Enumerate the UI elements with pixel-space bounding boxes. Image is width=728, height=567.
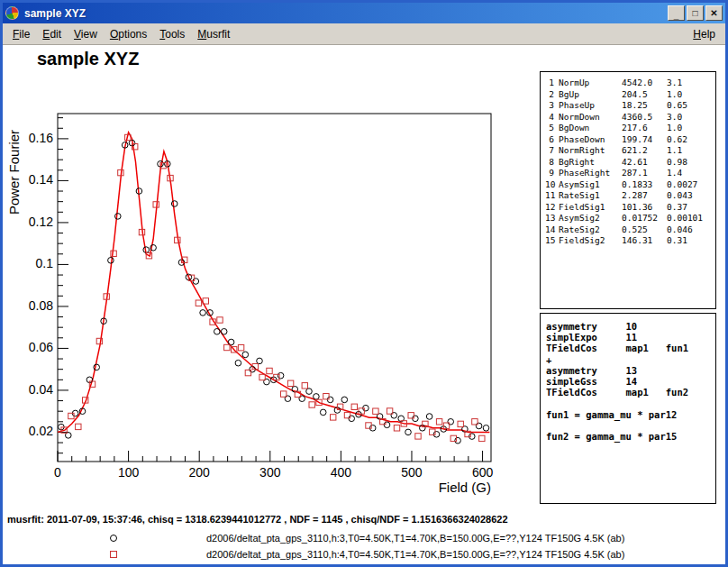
theory-line: asymmetry 10 xyxy=(546,321,715,332)
parameter-row: 6PhaseDown199.740.62 xyxy=(545,134,715,146)
parameter-row: 15FieldSig2146.310.31 xyxy=(545,235,715,247)
menu-item-view[interactable]: View xyxy=(68,25,104,43)
parameter-row: 13AsymSig20.017520.00101 xyxy=(545,213,715,224)
theory-line: simpleGss 14 xyxy=(546,376,715,387)
svg-text:0.04: 0.04 xyxy=(29,382,53,397)
parameter-row: 4NormDown4360.53.0 xyxy=(545,112,715,123)
svg-text:0.08: 0.08 xyxy=(29,298,53,313)
square-marker xyxy=(110,551,117,558)
maximize-button[interactable]: □ xyxy=(687,5,704,21)
menu-item-help[interactable]: Help xyxy=(687,25,722,43)
svg-text:500: 500 xyxy=(401,465,423,480)
parameter-row: 9PhaseRight287.11.4 xyxy=(545,168,715,179)
minimize-button[interactable]: _ xyxy=(668,5,685,21)
theory-line xyxy=(546,398,715,408)
parameter-row: 8BgRight42.610.98 xyxy=(545,157,715,169)
svg-text:0: 0 xyxy=(54,465,61,480)
root-canvas[interactable]: sample XYZ 01002003004005006000.020.040.… xyxy=(3,45,725,564)
svg-text:300: 300 xyxy=(259,465,281,480)
theory-line: TFieldCos map1 fun1 xyxy=(546,343,715,353)
parameter-row: 2BgUp204.51.0 xyxy=(545,89,715,101)
legend-item-run-h4: d2006/deltat_pta_gps_3110,h:4,T0=4.50K,T… xyxy=(3,548,725,562)
menu-bar-items: FileEditViewOptionsToolsMusrfit xyxy=(6,25,236,43)
menu-item-edit[interactable]: Edit xyxy=(36,25,68,43)
menu-item-file[interactable]: File xyxy=(6,25,36,43)
maximize-icon: □ xyxy=(692,8,697,18)
menu-bar: FileEditViewOptionsToolsMusrfit Help xyxy=(3,23,725,45)
theory-line: fun2 = gamma_mu * par15 xyxy=(546,431,715,442)
svg-text:0.14: 0.14 xyxy=(29,172,53,187)
window-title: sample XYZ xyxy=(24,7,86,20)
close-button[interactable]: ✕ xyxy=(705,5,723,21)
svg-text:600: 600 xyxy=(472,465,494,480)
svg-text:Power Fourier: Power Fourier xyxy=(6,130,22,215)
canvas-title: sample XYZ xyxy=(37,49,139,69)
parameter-row: 10AsymSig10.18330.0027 xyxy=(545,179,715,191)
theory-line: asymmetry 13 xyxy=(546,365,715,376)
window-controls: _ □ ✕ xyxy=(668,5,723,21)
fourier-power-plot[interactable]: 01002003004005006000.020.040.060.080.10.… xyxy=(6,69,538,497)
circle-marker xyxy=(110,535,117,542)
svg-text:100: 100 xyxy=(118,465,140,480)
svg-text:0.16: 0.16 xyxy=(29,131,53,145)
svg-text:0.1: 0.1 xyxy=(36,256,54,270)
legend-label: d2006/deltat_pta_gps_3110,h:3,T0=4.50K,T… xyxy=(206,533,624,544)
svg-text:400: 400 xyxy=(331,465,352,480)
parameter-row: 3PhaseUp18.250.65 xyxy=(545,100,715,112)
close-icon: ✕ xyxy=(710,8,717,18)
minimize-icon: _ xyxy=(674,10,679,20)
menu-item-musrfit[interactable]: Musrfit xyxy=(191,25,236,43)
theory-line: + xyxy=(546,354,715,365)
theory-line: TFieldCos map1 fun2 xyxy=(546,387,715,398)
svg-text:0.12: 0.12 xyxy=(29,215,53,229)
svg-text:Field (G): Field (G) xyxy=(439,480,491,495)
parameter-row: 1NormUp4542.03.1 xyxy=(545,78,715,89)
theory-panel: asymmetry 10simplExpo 11TFieldCos map1 f… xyxy=(540,313,716,504)
parameter-row: 14RateSig20.5250.046 xyxy=(545,224,715,236)
svg-text:200: 200 xyxy=(189,465,211,480)
legend-label: d2006/deltat_pta_gps_3110,h:4,T0=4.50K,T… xyxy=(206,549,624,560)
svg-text:0.02: 0.02 xyxy=(29,424,53,438)
parameter-panel: 1NormUp4542.03.12BgUp204.51.03PhaseUp18.… xyxy=(540,71,716,309)
menu-item-tools[interactable]: Tools xyxy=(153,25,191,43)
app-icon xyxy=(5,6,19,20)
theory-line xyxy=(546,420,715,431)
parameter-row: 7NormRight621.21.1 xyxy=(545,145,715,157)
parameter-row: 12FieldSig1101.360.37 xyxy=(545,202,715,214)
theory-line: fun1 = gamma_mu * par12 xyxy=(546,409,715,420)
theory-line: simplExpo 11 xyxy=(546,332,715,343)
fit-status-line: musrfit: 2011-07-09, 15:37:46, chisq = 1… xyxy=(7,514,508,525)
menu-item-options[interactable]: Options xyxy=(104,25,153,43)
svg-text:0.06: 0.06 xyxy=(29,340,53,354)
title-bar[interactable]: sample XYZ _ □ ✕ xyxy=(3,3,725,23)
window: sample XYZ _ □ ✕ FileEditViewOptionsTool… xyxy=(0,0,728,567)
legend-item-run-h3: d2006/deltat_pta_gps_3110,h:3,T0=4.50K,T… xyxy=(3,532,725,545)
parameter-row: 11RateSig12.2870.043 xyxy=(545,190,715,202)
parameter-row: 5BgDown217.61.0 xyxy=(545,123,715,134)
